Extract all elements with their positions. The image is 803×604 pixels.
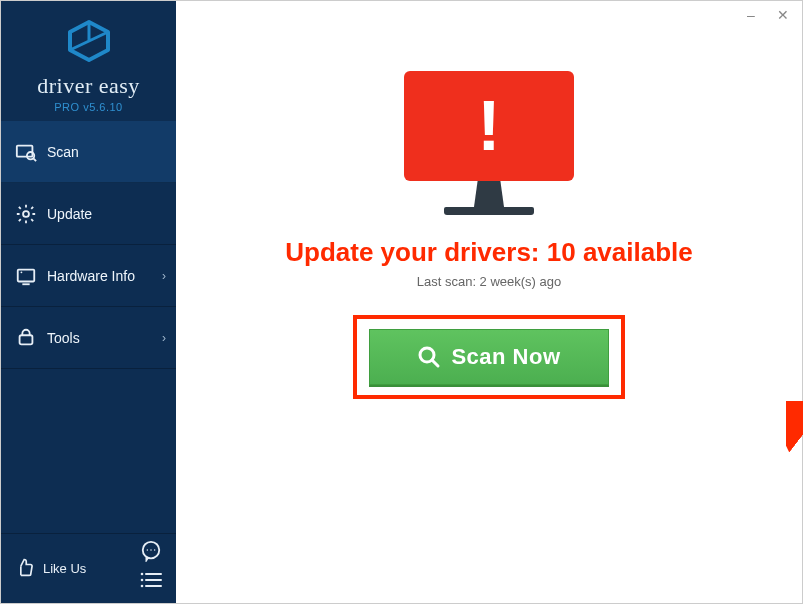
hamburger-icon[interactable] <box>140 571 162 593</box>
svg-point-17 <box>141 585 144 588</box>
monitor-base <box>444 207 534 215</box>
sidebar-item-label: Hardware Info <box>47 268 135 284</box>
annotation-arrow-icon <box>786 401 803 471</box>
svg-point-12 <box>154 549 155 550</box>
svg-rect-8 <box>20 335 33 344</box>
last-scan-text: Last scan: 2 week(s) ago <box>417 274 562 289</box>
update-headline: Update your drivers: 10 available <box>285 237 693 268</box>
svg-rect-5 <box>18 269 35 281</box>
sidebar-footer: Like Us <box>1 533 176 603</box>
sidebar-item-tools[interactable]: Tools › <box>1 307 176 369</box>
thumbs-up-icon <box>15 557 35 580</box>
app-edition: PRO <box>54 101 79 113</box>
sidebar-item-hardware-info[interactable]: Hardware Info › <box>1 245 176 307</box>
gear-icon <box>15 203 37 225</box>
monitor-screen: ! <box>404 71 574 181</box>
close-button[interactable]: ✕ <box>774 7 792 23</box>
sidebar-item-label: Scan <box>47 144 79 160</box>
main-content: ! Update your drivers: 10 available Last… <box>176 1 802 399</box>
sidebar-item-label: Tools <box>47 330 80 346</box>
hardware-icon <box>15 265 37 287</box>
logo-area: driver easy PRO v5.6.10 <box>1 1 176 121</box>
scan-now-label: Scan Now <box>451 344 560 370</box>
sidebar-nav: Scan Update <box>1 121 176 533</box>
svg-point-13 <box>141 573 144 576</box>
sidebar-item-update[interactable]: Update <box>1 183 176 245</box>
svg-line-3 <box>33 158 36 161</box>
svg-point-15 <box>141 579 144 582</box>
chevron-right-icon: › <box>162 331 166 345</box>
svg-rect-1 <box>17 145 33 156</box>
scan-icon <box>15 141 37 163</box>
like-us-label: Like Us <box>43 561 86 576</box>
logo-icon <box>65 19 113 67</box>
app-window: driver easy PRO v5.6.10 Scan <box>0 0 803 604</box>
search-icon <box>417 345 441 369</box>
chat-icon[interactable] <box>140 540 162 566</box>
sidebar: driver easy PRO v5.6.10 Scan <box>1 1 176 603</box>
app-version: v5.6.10 <box>83 101 123 113</box>
app-title: driver easy <box>37 73 140 99</box>
svg-point-6 <box>21 271 23 273</box>
exclamation-icon: ! <box>477 91 500 161</box>
minimize-button[interactable]: – <box>742 7 760 23</box>
scan-now-button[interactable]: Scan Now <box>369 329 609 385</box>
svg-point-11 <box>150 549 151 550</box>
window-controls: – ✕ <box>742 7 792 23</box>
scan-highlight-frame: Scan Now <box>353 315 625 399</box>
sidebar-item-scan[interactable]: Scan <box>1 121 176 183</box>
monitor-neck <box>474 181 504 207</box>
monitor-alert-icon: ! <box>404 71 574 215</box>
svg-point-10 <box>147 549 148 550</box>
svg-point-4 <box>23 211 29 217</box>
tools-icon <box>15 327 37 349</box>
chevron-right-icon: › <box>162 269 166 283</box>
svg-line-20 <box>432 360 438 366</box>
like-us-button[interactable]: Like Us <box>15 557 86 580</box>
app-version-line: PRO v5.6.10 <box>54 101 123 113</box>
sidebar-item-label: Update <box>47 206 92 222</box>
main-panel: – ✕ ! Update your drivers: 10 available … <box>176 1 802 603</box>
